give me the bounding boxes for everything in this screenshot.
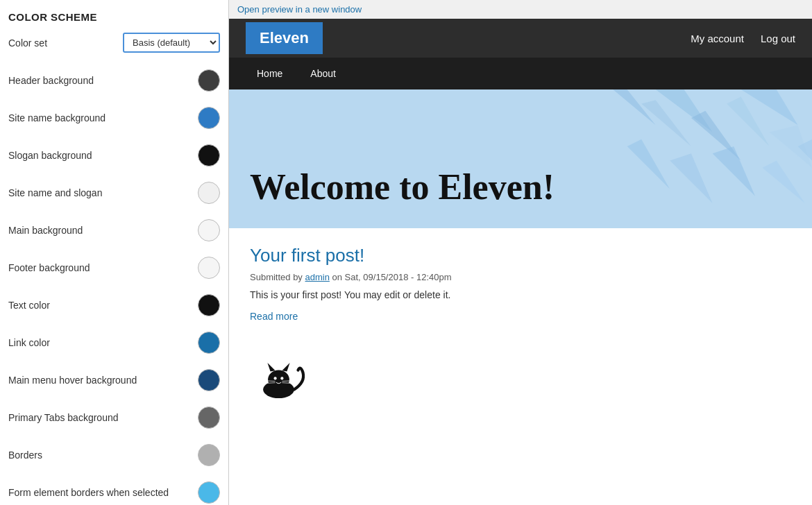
- color-scheme-panel: COLOR SCHEME Color set Basis (default) C…: [0, 0, 229, 505]
- color-label-header-background: Header background: [8, 75, 198, 86]
- color-swatch-footer-background[interactable]: [198, 257, 220, 279]
- color-row-text-color: Text color: [8, 290, 220, 320]
- color-row-site-name-background: Site name background: [8, 103, 220, 133]
- hero-background-svg: [229, 89, 812, 228]
- nav-home[interactable]: Home: [243, 60, 296, 87]
- color-set-label: Color set: [8, 37, 123, 49]
- color-label-form-element-borders-when-selected: Form element borders when selected: [8, 487, 198, 498]
- color-row-form-element-borders-when-selected: Form element borders when selected: [8, 477, 220, 505]
- site-nav: Home About: [229, 58, 812, 89]
- nav-about[interactable]: About: [296, 60, 350, 87]
- color-row-slogan-background: Slogan background: [8, 140, 220, 171]
- read-more-link[interactable]: Read more: [250, 311, 298, 322]
- color-set-select[interactable]: Basis (default) Custom: [123, 33, 220, 53]
- right-panel: Open preview in a new window Eleven My a…: [229, 0, 812, 505]
- color-label-text-color: Text color: [8, 300, 198, 311]
- hero-title: Welcome to Eleven!: [250, 166, 555, 207]
- svg-point-15: [268, 370, 289, 390]
- color-swatch-borders[interactable]: [198, 444, 220, 466]
- color-row-site-name-and-slogan: Site name and slogan: [8, 178, 220, 208]
- site-header-links: My account Log out: [691, 33, 795, 44]
- post-meta-suffix: on Sat, 09/15/2018 - 12:40pm: [330, 272, 452, 282]
- color-swatch-main-menu-hover-background[interactable]: [198, 369, 220, 391]
- color-row-header-background: Header background: [8, 65, 220, 96]
- color-label-main-menu-hover-background: Main menu hover background: [8, 375, 198, 386]
- color-swatch-site-name-background[interactable]: [198, 107, 220, 129]
- color-swatch-slogan-background[interactable]: [198, 144, 220, 166]
- site-preview: Eleven My account Log out Home About: [229, 19, 812, 505]
- svg-point-19: [280, 377, 283, 379]
- color-row-primary-tabs-background: Primary Tabs background: [8, 402, 220, 433]
- color-label-slogan-background: Slogan background: [8, 150, 198, 161]
- color-row-footer-background: Footer background: [8, 252, 220, 283]
- svg-marker-17: [282, 363, 289, 372]
- post-meta-prefix: Submitted by: [250, 272, 305, 282]
- preview-link-bar: Open preview in a new window: [229, 0, 812, 19]
- site-footer-area: [229, 339, 812, 416]
- preview-link[interactable]: Open preview in a new window: [237, 4, 362, 15]
- svg-marker-16: [267, 363, 275, 372]
- log-out-link[interactable]: Log out: [761, 33, 795, 44]
- color-rows-container: Header backgroundSite name backgroundSlo…: [8, 65, 220, 505]
- color-swatch-text-color[interactable]: [198, 294, 220, 316]
- color-row-borders: Borders: [8, 440, 220, 470]
- color-swatch-form-element-borders-when-selected[interactable]: [198, 481, 220, 504]
- color-label-main-background: Main background: [8, 225, 198, 236]
- color-row-link-color: Link color: [8, 327, 220, 358]
- section-title: COLOR SCHEME: [8, 11, 220, 23]
- color-set-row: Color set Basis (default) Custom: [8, 33, 220, 53]
- site-logo[interactable]: Eleven: [246, 22, 323, 54]
- site-hero: Welcome to Eleven!: [229, 89, 812, 228]
- my-account-link[interactable]: My account: [691, 33, 744, 44]
- color-row-main-background: Main background: [8, 215, 220, 246]
- color-label-site-name-background: Site name background: [8, 112, 198, 123]
- color-swatch-link-color[interactable]: [198, 332, 220, 354]
- post-meta: Submitted by admin on Sat, 09/15/2018 - …: [250, 272, 791, 282]
- post-body: This is your first post! You may edit or…: [250, 289, 791, 300]
- color-swatch-primary-tabs-background[interactable]: [198, 406, 220, 429]
- color-swatch-site-name-and-slogan[interactable]: [198, 182, 220, 204]
- color-label-borders: Borders: [8, 450, 198, 461]
- color-swatch-main-background[interactable]: [198, 219, 220, 241]
- post-author-link[interactable]: admin: [305, 272, 330, 282]
- site-content: Your first post! Submitted by admin on S…: [229, 228, 812, 339]
- cat-icon: [250, 353, 312, 402]
- color-swatch-header-background[interactable]: [198, 69, 220, 92]
- color-label-primary-tabs-background: Primary Tabs background: [8, 412, 198, 423]
- post-title[interactable]: Your first post!: [250, 245, 791, 266]
- color-label-footer-background: Footer background: [8, 262, 198, 273]
- color-label-site-name-and-slogan: Site name and slogan: [8, 187, 198, 198]
- svg-point-18: [274, 377, 277, 379]
- color-label-link-color: Link color: [8, 337, 198, 348]
- color-row-main-menu-hover-background: Main menu hover background: [8, 365, 220, 395]
- site-header-top: Eleven My account Log out: [229, 19, 812, 58]
